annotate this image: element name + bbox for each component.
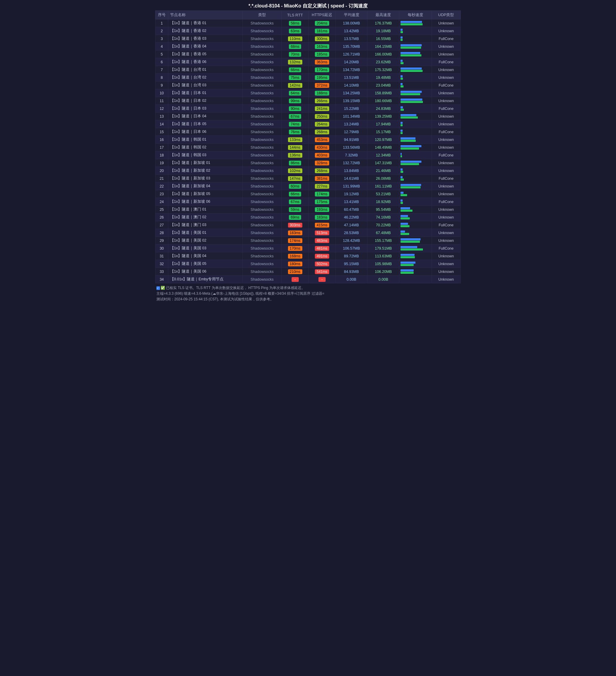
cell-https: 430ms — [309, 144, 335, 151]
cell-udp: Unknown — [432, 136, 461, 144]
cell-avg-speed: 46.22MB — [335, 214, 367, 221]
cell-id: 17 — [156, 144, 168, 151]
cell-avg-speed: 13.84MB — [335, 167, 367, 175]
speed-table: 序号 节点名称 类型 TLS RTT HTTPS延迟 平均速度 最高速度 每秒速… — [155, 10, 461, 283]
bar-blue — [401, 184, 421, 186]
cell-avg-speed: 28.53MB — [335, 229, 367, 237]
cell-id: 1 — [156, 19, 168, 27]
cell-max-speed: 139.25MB — [367, 113, 399, 120]
bar-green — [401, 256, 415, 258]
cell-avg-speed: 13.41MB — [335, 198, 367, 206]
cell-udp: FullCone — [432, 244, 461, 252]
bar-blue — [401, 29, 403, 31]
bar-container — [401, 21, 425, 25]
cell-udp: FullCone — [432, 221, 461, 229]
table-row: 29【1x】隧道｜美国 02Shadowsocks174ms483ms128.4… — [156, 237, 461, 244]
cell-speed-bar — [399, 221, 432, 229]
cell-tls-rtt: 67ms — [282, 113, 308, 120]
cell-avg-speed: 132.72MB — [335, 159, 367, 167]
bar-blue — [401, 37, 403, 39]
bar-row-green — [401, 148, 419, 150]
cell-speed-bar — [399, 268, 432, 276]
cell-https: 541ms — [309, 268, 335, 276]
bar-container — [401, 52, 425, 56]
table-row: 31【1x】隧道｜美国 04Shadowsocks168ms491ms89.72… — [156, 252, 461, 260]
bar-green — [401, 31, 403, 33]
bar-row-green — [401, 194, 407, 196]
cell-udp: FullCone — [432, 198, 461, 206]
cell-speed-bar — [399, 136, 432, 144]
cell-avg-speed: 134.25MB — [335, 89, 367, 97]
cell-type: Shadowsocks — [243, 276, 282, 283]
cell-id: 12 — [156, 105, 168, 113]
cell-name: 【1x】隧道｜澳门 02 — [168, 214, 243, 221]
table-row: 5【1x】隧道｜香港 05Shadowsocks70ms185ms126.71M… — [156, 50, 461, 58]
bar-row-green — [401, 23, 423, 25]
bar-row-blue — [401, 60, 403, 62]
cell-speed-bar — [399, 237, 432, 244]
bar-row-green — [401, 256, 415, 258]
cell-name: 【1x】隧道｜新加坡 04 — [168, 182, 243, 190]
bar-blue — [401, 153, 402, 155]
cell-type: Shadowsocks — [243, 128, 282, 136]
cell-https: 415ms — [309, 221, 335, 229]
bar-container — [401, 262, 425, 266]
cell-https: 491ms — [309, 252, 335, 260]
cell-avg-speed: 47.14MB — [335, 221, 367, 229]
footer-line2: 主端=4.3.3 (696) 喵速=4.3.6-Meta (☁华东-上海电信 [… — [157, 291, 459, 296]
cell-type: Shadowsocks — [243, 136, 282, 144]
bar-blue — [401, 262, 416, 264]
cell-speed-bar — [399, 198, 432, 206]
cell-type: Shadowsocks — [243, 58, 282, 66]
table-row: 15【1x】隧道｜日本 06Shadowsocks76ms268ms12.79M… — [156, 128, 461, 136]
cell-avg-speed: 133.56MB — [335, 144, 367, 151]
table-row: 28【1x】隧道｜美国 01Shadowsocks183ms513ms28.53… — [156, 229, 461, 237]
bar-container — [401, 145, 425, 150]
cell-https: 188ms — [309, 89, 335, 97]
table-row: 13【1x】隧道｜日本 04Shadowsocks67ms250ms101.34… — [156, 113, 461, 120]
cell-avg-speed: 7.32MB — [335, 151, 367, 159]
table-row: 3【1x】隧道｜香港 03Shadowsocks110ms300ms13.57M… — [156, 35, 461, 43]
bar-row-blue — [401, 230, 405, 233]
cell-https: 266ms — [309, 97, 335, 105]
cell-max-speed: 166.00MB — [367, 50, 399, 58]
cell-speed-bar — [399, 97, 432, 105]
cell-tls-rtt: 99ms — [282, 97, 308, 105]
bar-container — [401, 122, 425, 126]
cell-https: - — [309, 276, 335, 283]
cell-name: 【1x】隧道｜香港 01 — [168, 19, 243, 27]
bar-container — [401, 230, 425, 235]
cell-name: 【1x】隧道｜美国 05 — [168, 260, 243, 268]
cell-id: 11 — [156, 97, 168, 105]
cell-speed-bar — [399, 120, 432, 128]
cell-avg-speed: 135.70MB — [335, 43, 367, 50]
cell-name: 【1x】隧道｜台湾 01 — [168, 66, 243, 74]
cell-tls-rtt: 60ms — [282, 182, 308, 190]
cell-speed-bar — [399, 58, 432, 66]
bar-container — [401, 215, 425, 219]
bar-row-green — [401, 116, 418, 119]
cell-speed-bar — [399, 175, 432, 182]
cell-tls-rtt: 110ms — [282, 35, 308, 43]
bar-container — [401, 29, 425, 33]
bar-row-blue — [401, 37, 403, 39]
bar-container — [401, 168, 425, 173]
cell-max-speed: 148.49MB — [367, 144, 399, 151]
cell-id: 2 — [156, 27, 168, 35]
cell-name: 【1x】隧道｜日本 01 — [168, 89, 243, 97]
table-row: 21【1x】隧道｜新加坡 03Shadowsocks147ms381ms14.6… — [156, 175, 461, 182]
cell-speed-bar — [399, 182, 432, 190]
bar-row-green — [401, 39, 403, 41]
cell-type: Shadowsocks — [243, 159, 282, 167]
bar-row-blue — [401, 192, 404, 194]
bar-container — [401, 75, 425, 80]
table-row: 27【1x】隧道｜澳门 03Shadowsocks303ms415ms47.14… — [156, 221, 461, 229]
bar-row-green — [401, 86, 404, 88]
cell-max-speed: 113.63MB — [367, 252, 399, 260]
bar-blue — [401, 21, 422, 23]
cell-name: 【1x】隧道｜日本 02 — [168, 97, 243, 105]
table-row: 17【1x】隧道｜韩国 02Shadowsocks144ms430ms133.5… — [156, 144, 461, 151]
cell-name: 【1x】隧道｜新加坡 03 — [168, 175, 243, 182]
bar-row-blue — [401, 161, 421, 163]
table-row: 33【1x】隧道｜美国 06Shadowsocks210ms541ms84.93… — [156, 268, 461, 276]
